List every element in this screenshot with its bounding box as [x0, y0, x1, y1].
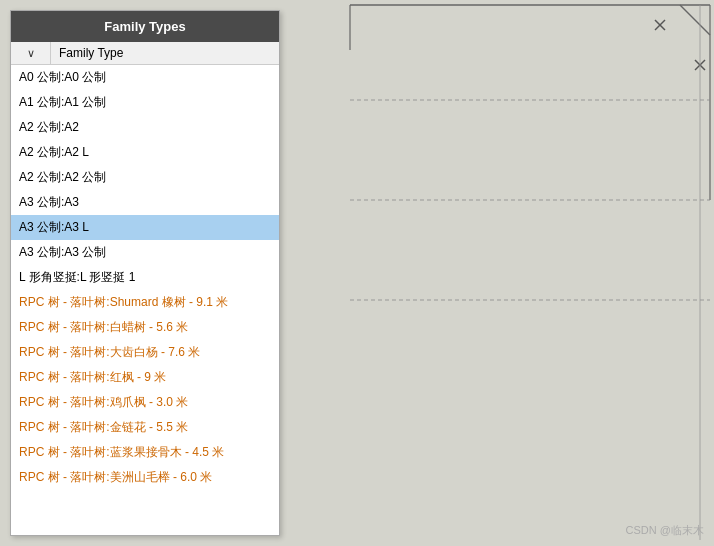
list-item[interactable]: A0 公制:A0 公制: [11, 65, 279, 90]
list-item[interactable]: RPC 树 - 落叶树:鸡爪枫 - 3.0 米: [11, 390, 279, 415]
dropdown-chevron: ∨: [27, 47, 35, 60]
list-item[interactable]: A3 公制:A3 公制: [11, 240, 279, 265]
list-item[interactable]: RPC 树 - 落叶树:蓝浆果接骨木 - 4.5 米: [11, 440, 279, 465]
list-item[interactable]: A1 公制:A1 公制: [11, 90, 279, 115]
rows-container[interactable]: A0 公制:A0 公制A1 公制:A1 公制A2 公制:A2A2 公制:A2 L…: [11, 65, 279, 535]
panel-header: Family Types: [11, 11, 279, 42]
family-type-column-header: Family Type: [51, 42, 279, 64]
list-item[interactable]: RPC 树 - 落叶树:红枫 - 9 米: [11, 365, 279, 390]
watermark: CSDN @临末木: [626, 523, 704, 538]
list-item[interactable]: RPC 树 - 落叶树:金链花 - 5.5 米: [11, 415, 279, 440]
list-item[interactable]: A3 公制:A3: [11, 190, 279, 215]
list-item[interactable]: RPC 树 - 落叶树:Shumard 橡树 - 9.1 米: [11, 290, 279, 315]
panel-container: Family Types ∨ Family Type A0 公制:A0 公制A1…: [10, 10, 690, 536]
dropdown-toggle[interactable]: ∨: [11, 42, 51, 64]
panel-title: Family Types: [104, 19, 185, 34]
list-item[interactable]: A2 公制:A2 公制: [11, 165, 279, 190]
list-item[interactable]: A2 公制:A2: [11, 115, 279, 140]
column-header-row: ∨ Family Type: [11, 42, 279, 65]
list-item[interactable]: A2 公制:A2 L: [11, 140, 279, 165]
list-item[interactable]: A3 公制:A3 L: [11, 215, 279, 240]
list-item[interactable]: RPC 树 - 落叶树:大齿白杨 - 7.6 米: [11, 340, 279, 365]
list-item[interactable]: RPC 树 - 落叶树:白蜡树 - 5.6 米: [11, 315, 279, 340]
family-types-panel: Family Types ∨ Family Type A0 公制:A0 公制A1…: [10, 10, 280, 536]
list-item[interactable]: RPC 树 - 落叶树:美洲山毛榉 - 6.0 米: [11, 465, 279, 490]
list-item[interactable]: L 形角竖挺:L 形竖挺 1: [11, 265, 279, 290]
